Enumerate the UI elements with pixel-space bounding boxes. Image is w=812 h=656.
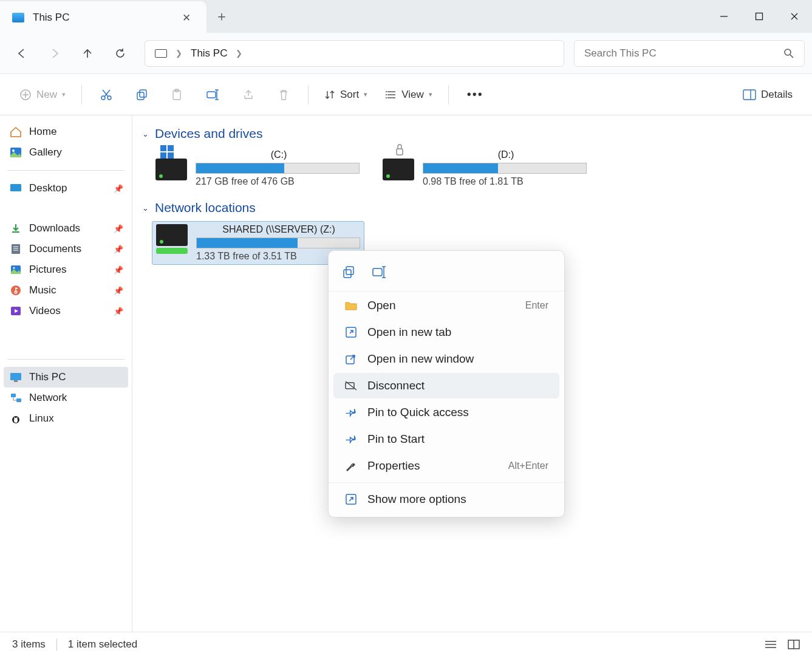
clipboard-icon	[171, 89, 183, 101]
cm-disconnect[interactable]: Disconnect	[333, 373, 559, 398]
svg-rect-54	[397, 149, 403, 155]
sidebar-item-documents[interactable]: Documents 📌	[4, 239, 128, 259]
cm-open-new-window[interactable]: Open in new window	[333, 346, 559, 372]
group-devices-drives[interactable]: ⌄ Devices and drives	[142, 126, 802, 141]
pin-icon: 📌	[114, 245, 123, 254]
svg-rect-57	[373, 268, 382, 276]
sidebar-item-desktop[interactable]: Desktop 📌	[4, 178, 128, 199]
chevron-down-icon: ⌄	[142, 129, 149, 138]
delete-button[interactable]	[268, 84, 299, 106]
cm-show-more-options[interactable]: Show more options	[333, 487, 559, 512]
drive-free-text: 0.98 TB free of 1.81 TB	[423, 176, 589, 187]
sidebar-item-videos[interactable]: Videos 📌	[4, 301, 128, 321]
cm-label: Pin to Start	[367, 432, 548, 446]
details-button[interactable]: Details	[735, 84, 800, 106]
more-button[interactable]: •••	[457, 83, 493, 106]
group-label: Network locations	[155, 200, 256, 215]
refresh-button[interactable]	[106, 39, 135, 68]
sidebar-item-gallery[interactable]: Gallery	[4, 142, 128, 163]
cm-pin-start[interactable]: Pin to Start	[333, 426, 559, 452]
breadcrumb[interactable]: This PC	[191, 47, 227, 60]
sidebar-item-label: Videos	[29, 305, 61, 317]
cm-shortcut: Enter	[525, 300, 548, 311]
cm-label: Show more options	[367, 493, 548, 506]
minimize-button[interactable]	[706, 0, 742, 33]
sidebar-item-network[interactable]: Network	[4, 388, 128, 408]
search-box[interactable]	[574, 40, 805, 67]
sidebar-item-pictures[interactable]: Pictures 📌	[4, 259, 128, 280]
chevron-right-icon: ❯	[176, 49, 182, 58]
drive-icon	[154, 149, 188, 179]
group-network-locations[interactable]: ⌄ Network locations	[142, 200, 802, 215]
home-icon	[10, 126, 22, 137]
maximize-button[interactable]	[742, 0, 777, 33]
view-button[interactable]: View ▾	[378, 84, 440, 106]
close-window-button[interactable]	[777, 0, 812, 33]
sort-button[interactable]: Sort ▾	[317, 84, 375, 106]
sort-label: Sort	[340, 89, 359, 101]
scissors-icon	[100, 89, 112, 101]
tiles-view-button[interactable]	[788, 640, 800, 649]
cm-properties[interactable]: Properties Alt+Enter	[333, 453, 559, 479]
cm-rename-button[interactable]	[366, 259, 392, 285]
cm-pin-quick-access[interactable]: Pin to Quick access	[333, 400, 559, 425]
pin-icon: 📌	[114, 265, 123, 275]
disconnect-icon	[344, 380, 358, 391]
tab-this-pc[interactable]: This PC ✕	[0, 1, 206, 34]
svg-rect-41	[14, 380, 18, 382]
pin-icon	[344, 406, 358, 419]
sidebar-item-home[interactable]: Home	[4, 121, 128, 142]
svg-point-49	[16, 417, 18, 419]
copy-icon	[135, 89, 148, 101]
music-icon	[10, 285, 22, 296]
svg-rect-56	[346, 267, 353, 275]
share-button[interactable]	[233, 84, 264, 106]
gallery-icon	[10, 147, 22, 158]
status-selected-count: 1 item selected	[68, 638, 137, 651]
svg-rect-31	[10, 184, 21, 191]
cm-label: Open in new window	[367, 352, 548, 366]
videos-icon	[10, 306, 22, 316]
drive-d[interactable]: (D:) 0.98 TB free of 1.81 TB	[379, 147, 592, 190]
view-label: View	[401, 89, 424, 101]
details-pane-icon	[743, 89, 756, 100]
sidebar-item-linux[interactable]: Linux	[4, 408, 128, 429]
svg-rect-43	[16, 398, 21, 402]
rename-button[interactable]	[196, 84, 229, 106]
address-bar[interactable]: ❯ This PC ❯	[145, 40, 564, 67]
list-view-button[interactable]	[765, 640, 777, 649]
new-tab-button[interactable]: ＋	[206, 0, 237, 33]
copy-button[interactable]	[126, 84, 157, 106]
forward-button[interactable]	[40, 39, 69, 68]
toolbar: New ▾ Sort ▾ View ▾ ••• Details	[0, 74, 812, 115]
sidebar-item-music[interactable]: Music 📌	[4, 280, 128, 301]
pin-icon: 📌	[114, 307, 123, 316]
svg-rect-14	[140, 90, 146, 97]
up-button[interactable]	[73, 39, 102, 68]
search-input[interactable]	[584, 47, 776, 60]
network-icon	[10, 392, 22, 403]
documents-icon	[10, 244, 22, 255]
sort-icon	[324, 89, 335, 100]
sidebar-item-this-pc[interactable]: This PC	[4, 367, 128, 388]
plus-circle-icon	[19, 89, 32, 101]
pin-icon: 📌	[114, 286, 123, 295]
new-button[interactable]: New ▾	[12, 84, 73, 106]
view-icon	[386, 89, 397, 100]
cm-copy-button[interactable]	[336, 259, 361, 285]
title-bar: This PC ✕ ＋	[0, 0, 812, 33]
sidebar-item-downloads[interactable]: Downloads 📌	[4, 218, 128, 239]
close-tab-icon[interactable]: ✕	[176, 8, 197, 28]
sidebar: Home Gallery Desktop 📌 Downloads 📌 Docum…	[0, 115, 132, 632]
cm-open[interactable]: Open Enter	[333, 293, 559, 318]
cm-open-new-tab[interactable]: Open in new tab	[333, 319, 559, 345]
paste-button[interactable]	[161, 84, 193, 106]
cut-button[interactable]	[90, 84, 122, 106]
cm-label: Open in new tab	[367, 326, 548, 339]
svg-rect-17	[207, 92, 216, 98]
drive-c[interactable]: (C:) 217 GB free of 476 GB	[152, 147, 364, 190]
sidebar-item-label: Music	[29, 284, 56, 296]
back-button[interactable]	[7, 39, 36, 68]
drive-usage-bar	[196, 237, 360, 248]
svg-rect-42	[11, 394, 16, 397]
